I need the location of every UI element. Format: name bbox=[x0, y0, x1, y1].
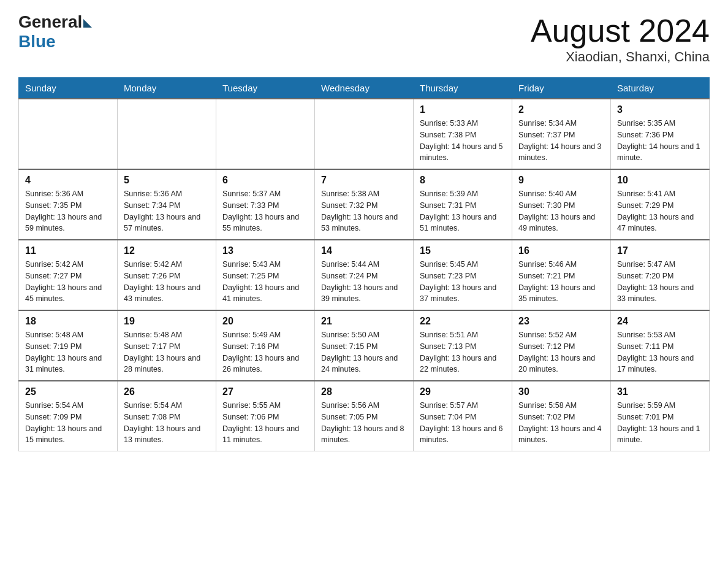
day-number: 25 bbox=[25, 386, 111, 397]
day-number: 5 bbox=[124, 175, 210, 186]
day-info: Sunrise: 5:42 AM Sunset: 7:26 PM Dayligh… bbox=[124, 259, 210, 305]
day-info: Sunrise: 5:37 AM Sunset: 7:33 PM Dayligh… bbox=[222, 188, 308, 234]
day-number: 29 bbox=[420, 386, 506, 397]
calendar-cell: 7Sunrise: 5:38 AM Sunset: 7:32 PM Daylig… bbox=[315, 169, 414, 240]
calendar-cell: 8Sunrise: 5:39 AM Sunset: 7:31 PM Daylig… bbox=[414, 169, 512, 240]
day-info: Sunrise: 5:58 AM Sunset: 7:02 PM Dayligh… bbox=[518, 400, 604, 446]
day-info: Sunrise: 5:55 AM Sunset: 7:06 PM Dayligh… bbox=[222, 400, 308, 446]
calendar-cell: 2Sunrise: 5:34 AM Sunset: 7:37 PM Daylig… bbox=[512, 99, 611, 169]
calendar-subtitle: Xiaodian, Shanxi, China bbox=[531, 49, 710, 65]
day-number: 30 bbox=[518, 386, 604, 397]
day-info: Sunrise: 5:45 AM Sunset: 7:23 PM Dayligh… bbox=[420, 259, 506, 305]
calendar-cell: 6Sunrise: 5:37 AM Sunset: 7:33 PM Daylig… bbox=[216, 169, 315, 240]
day-info: Sunrise: 5:50 AM Sunset: 7:15 PM Dayligh… bbox=[321, 329, 407, 375]
day-number: 4 bbox=[25, 175, 111, 186]
logo-general-text: General bbox=[18, 12, 82, 32]
day-number: 2 bbox=[518, 104, 604, 115]
calendar-cell: 27Sunrise: 5:55 AM Sunset: 7:06 PM Dayli… bbox=[216, 381, 315, 451]
calendar-cell bbox=[315, 99, 414, 169]
calendar-cell: 12Sunrise: 5:42 AM Sunset: 7:26 PM Dayli… bbox=[118, 240, 216, 310]
day-info: Sunrise: 5:42 AM Sunset: 7:27 PM Dayligh… bbox=[25, 259, 111, 305]
day-number: 22 bbox=[420, 316, 506, 327]
calendar-cell: 10Sunrise: 5:41 AM Sunset: 7:29 PM Dayli… bbox=[611, 169, 710, 240]
calendar-title: August 2024 bbox=[531, 12, 710, 49]
header-wednesday: Wednesday bbox=[315, 78, 414, 99]
calendar-cell: 23Sunrise: 5:52 AM Sunset: 7:12 PM Dayli… bbox=[512, 310, 611, 381]
week-row-1: 1Sunrise: 5:33 AM Sunset: 7:38 PM Daylig… bbox=[19, 99, 710, 169]
day-number: 19 bbox=[124, 316, 210, 327]
day-info: Sunrise: 5:54 AM Sunset: 7:08 PM Dayligh… bbox=[124, 400, 210, 446]
day-number: 14 bbox=[321, 245, 407, 256]
header-friday: Friday bbox=[512, 78, 611, 99]
day-number: 15 bbox=[420, 245, 506, 256]
day-info: Sunrise: 5:57 AM Sunset: 7:04 PM Dayligh… bbox=[420, 400, 506, 446]
day-info: Sunrise: 5:51 AM Sunset: 7:13 PM Dayligh… bbox=[420, 329, 506, 375]
day-info: Sunrise: 5:48 AM Sunset: 7:19 PM Dayligh… bbox=[25, 329, 111, 375]
day-info: Sunrise: 5:39 AM Sunset: 7:31 PM Dayligh… bbox=[420, 188, 506, 234]
day-info: Sunrise: 5:56 AM Sunset: 7:05 PM Dayligh… bbox=[321, 400, 407, 446]
calendar-cell bbox=[118, 99, 216, 169]
day-number: 12 bbox=[124, 245, 210, 256]
calendar-cell: 20Sunrise: 5:49 AM Sunset: 7:16 PM Dayli… bbox=[216, 310, 315, 381]
day-number: 9 bbox=[518, 175, 604, 186]
day-info: Sunrise: 5:44 AM Sunset: 7:24 PM Dayligh… bbox=[321, 259, 407, 305]
calendar-cell: 29Sunrise: 5:57 AM Sunset: 7:04 PM Dayli… bbox=[414, 381, 512, 451]
day-info: Sunrise: 5:46 AM Sunset: 7:21 PM Dayligh… bbox=[518, 259, 604, 305]
calendar-cell bbox=[19, 99, 118, 169]
day-info: Sunrise: 5:52 AM Sunset: 7:12 PM Dayligh… bbox=[518, 329, 604, 375]
day-info: Sunrise: 5:40 AM Sunset: 7:30 PM Dayligh… bbox=[518, 188, 604, 234]
week-row-4: 18Sunrise: 5:48 AM Sunset: 7:19 PM Dayli… bbox=[19, 310, 710, 381]
header-monday: Monday bbox=[118, 78, 216, 99]
calendar-cell: 9Sunrise: 5:40 AM Sunset: 7:30 PM Daylig… bbox=[512, 169, 611, 240]
day-number: 6 bbox=[222, 175, 308, 186]
calendar-cell: 3Sunrise: 5:35 AM Sunset: 7:36 PM Daylig… bbox=[611, 99, 710, 169]
logo-blue-text: Blue bbox=[18, 32, 56, 52]
calendar-cell: 22Sunrise: 5:51 AM Sunset: 7:13 PM Dayli… bbox=[414, 310, 512, 381]
calendar-cell: 28Sunrise: 5:56 AM Sunset: 7:05 PM Dayli… bbox=[315, 381, 414, 451]
calendar-cell: 16Sunrise: 5:46 AM Sunset: 7:21 PM Dayli… bbox=[512, 240, 611, 310]
days-header-row: Sunday Monday Tuesday Wednesday Thursday… bbox=[19, 78, 710, 99]
calendar-cell: 21Sunrise: 5:50 AM Sunset: 7:15 PM Dayli… bbox=[315, 310, 414, 381]
day-number: 8 bbox=[420, 175, 506, 186]
header-saturday: Saturday bbox=[611, 78, 710, 99]
calendar-cell: 13Sunrise: 5:43 AM Sunset: 7:25 PM Dayli… bbox=[216, 240, 315, 310]
week-row-2: 4Sunrise: 5:36 AM Sunset: 7:35 PM Daylig… bbox=[19, 169, 710, 240]
calendar-cell: 25Sunrise: 5:54 AM Sunset: 7:09 PM Dayli… bbox=[19, 381, 118, 451]
calendar-cell: 15Sunrise: 5:45 AM Sunset: 7:23 PM Dayli… bbox=[414, 240, 512, 310]
calendar-cell: 1Sunrise: 5:33 AM Sunset: 7:38 PM Daylig… bbox=[414, 99, 512, 169]
day-number: 27 bbox=[222, 386, 308, 397]
calendar-cell: 11Sunrise: 5:42 AM Sunset: 7:27 PM Dayli… bbox=[19, 240, 118, 310]
day-info: Sunrise: 5:48 AM Sunset: 7:17 PM Dayligh… bbox=[124, 329, 210, 375]
day-number: 16 bbox=[518, 245, 604, 256]
day-number: 26 bbox=[124, 386, 210, 397]
day-info: Sunrise: 5:36 AM Sunset: 7:34 PM Dayligh… bbox=[124, 188, 210, 234]
calendar-cell: 5Sunrise: 5:36 AM Sunset: 7:34 PM Daylig… bbox=[118, 169, 216, 240]
calendar-cell: 24Sunrise: 5:53 AM Sunset: 7:11 PM Dayli… bbox=[611, 310, 710, 381]
calendar-table: Sunday Monday Tuesday Wednesday Thursday… bbox=[18, 77, 710, 451]
calendar-cell: 17Sunrise: 5:47 AM Sunset: 7:20 PM Dayli… bbox=[611, 240, 710, 310]
day-info: Sunrise: 5:43 AM Sunset: 7:25 PM Dayligh… bbox=[222, 259, 308, 305]
day-number: 3 bbox=[617, 104, 703, 115]
day-number: 21 bbox=[321, 316, 407, 327]
calendar-cell: 31Sunrise: 5:59 AM Sunset: 7:01 PM Dayli… bbox=[611, 381, 710, 451]
day-number: 24 bbox=[617, 316, 703, 327]
week-row-3: 11Sunrise: 5:42 AM Sunset: 7:27 PM Dayli… bbox=[19, 240, 710, 310]
day-info: Sunrise: 5:47 AM Sunset: 7:20 PM Dayligh… bbox=[617, 259, 703, 305]
day-info: Sunrise: 5:49 AM Sunset: 7:16 PM Dayligh… bbox=[222, 329, 308, 375]
day-info: Sunrise: 5:41 AM Sunset: 7:29 PM Dayligh… bbox=[617, 188, 703, 234]
day-info: Sunrise: 5:35 AM Sunset: 7:36 PM Dayligh… bbox=[617, 118, 703, 164]
day-number: 20 bbox=[222, 316, 308, 327]
day-info: Sunrise: 5:36 AM Sunset: 7:35 PM Dayligh… bbox=[25, 188, 111, 234]
calendar-cell: 30Sunrise: 5:58 AM Sunset: 7:02 PM Dayli… bbox=[512, 381, 611, 451]
title-area: August 2024 Xiaodian, Shanxi, China bbox=[531, 12, 710, 65]
header-tuesday: Tuesday bbox=[216, 78, 315, 99]
logo: General Blue bbox=[18, 12, 92, 52]
day-info: Sunrise: 5:33 AM Sunset: 7:38 PM Dayligh… bbox=[420, 118, 506, 164]
day-number: 7 bbox=[321, 175, 407, 186]
day-number: 10 bbox=[617, 175, 703, 186]
logo-arrow-icon bbox=[83, 19, 92, 28]
day-number: 28 bbox=[321, 386, 407, 397]
day-number: 11 bbox=[25, 245, 111, 256]
day-number: 13 bbox=[222, 245, 308, 256]
day-info: Sunrise: 5:54 AM Sunset: 7:09 PM Dayligh… bbox=[25, 400, 111, 446]
